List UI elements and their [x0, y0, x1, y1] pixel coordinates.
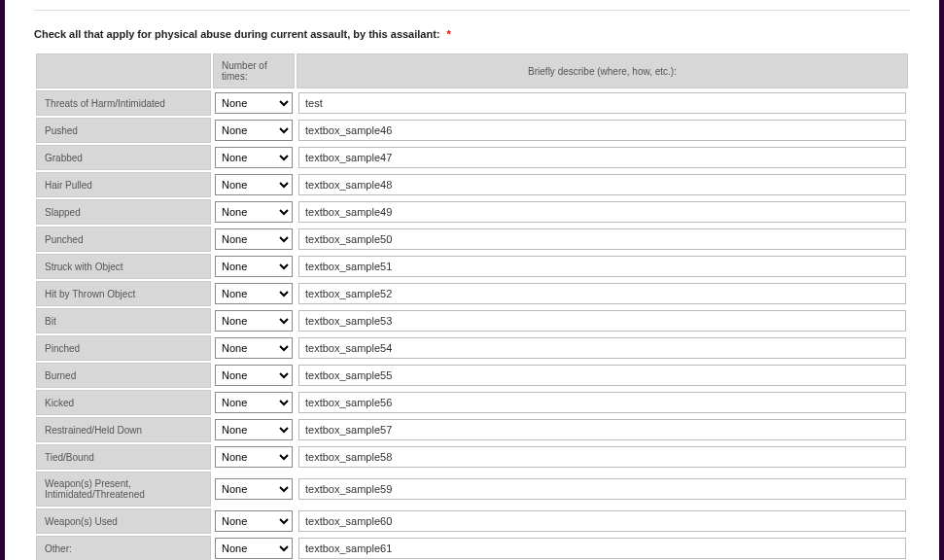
describe-input[interactable] — [298, 538, 906, 559]
table-row: BitNone — [36, 308, 908, 333]
row-describe-cell — [297, 281, 908, 306]
section-divider — [34, 10, 910, 11]
row-describe-cell — [297, 508, 908, 534]
times-select[interactable]: None — [215, 256, 293, 277]
row-times-cell: None — [213, 254, 295, 279]
row-times-cell: None — [213, 335, 295, 361]
table-row: Struck with ObjectNone — [36, 254, 908, 279]
row-describe-cell — [297, 363, 908, 388]
describe-input[interactable] — [298, 174, 906, 195]
times-select[interactable]: None — [215, 478, 293, 500]
row-label: Restrained/Held Down — [36, 417, 211, 442]
row-times-cell: None — [213, 417, 295, 442]
row-label: Grabbed — [36, 145, 211, 170]
times-select[interactable]: None — [215, 446, 293, 468]
describe-input[interactable] — [298, 147, 906, 168]
describe-input[interactable] — [298, 392, 906, 413]
table-row: BurnedNone — [36, 363, 908, 388]
table-row: PushedNone — [36, 118, 908, 143]
times-select[interactable]: None — [215, 120, 293, 141]
times-select[interactable]: None — [215, 337, 293, 359]
describe-input[interactable] — [298, 446, 906, 468]
times-select[interactable]: None — [215, 92, 293, 114]
times-select[interactable]: None — [215, 365, 293, 386]
row-times-cell: None — [213, 145, 295, 170]
table-row: PinchedNone — [36, 335, 908, 361]
row-times-cell: None — [213, 172, 295, 197]
table-row: KickedNone — [36, 390, 908, 415]
describe-input[interactable] — [298, 228, 906, 250]
row-label: Bit — [36, 308, 211, 333]
table-row: Hair PulledNone — [36, 172, 908, 197]
times-select[interactable]: None — [215, 174, 293, 195]
row-label: Pinched — [36, 335, 211, 361]
row-describe-cell — [297, 199, 908, 225]
table-row: Tied/BoundNone — [36, 444, 908, 470]
row-times-cell: None — [213, 227, 295, 252]
row-describe-cell — [297, 90, 908, 116]
times-select[interactable]: None — [215, 419, 293, 440]
row-label: Other: — [36, 536, 211, 560]
section-title-text: Check all that apply for physical abuse … — [34, 28, 440, 40]
row-times-cell: None — [213, 90, 295, 116]
table-row: PunchedNone — [36, 227, 908, 252]
describe-input[interactable] — [298, 337, 906, 359]
describe-input[interactable] — [298, 256, 906, 277]
row-times-cell: None — [213, 281, 295, 306]
row-label: Burned — [36, 363, 211, 388]
row-describe-cell — [297, 335, 908, 361]
times-select[interactable]: None — [215, 283, 293, 304]
row-times-cell: None — [213, 536, 295, 560]
describe-input[interactable] — [298, 201, 906, 223]
row-describe-cell — [297, 390, 908, 415]
row-label: Threats of Harm/Intimidated — [36, 90, 211, 116]
header-describe: Briefly describe (where, how, etc.): — [297, 53, 908, 88]
row-times-cell: None — [213, 308, 295, 333]
required-marker: * — [447, 28, 451, 40]
row-times-cell: None — [213, 444, 295, 470]
row-label: Weapon(s) Present, Intimidated/Threatene… — [36, 472, 211, 507]
table-row: Restrained/Held DownNone — [36, 417, 908, 442]
times-select[interactable]: None — [215, 201, 293, 223]
row-describe-cell — [297, 417, 908, 442]
row-label: Hit by Thrown Object — [36, 281, 211, 306]
table-row: Hit by Thrown ObjectNone — [36, 281, 908, 306]
header-times: Number of times: — [213, 53, 295, 88]
describe-input[interactable] — [298, 120, 906, 141]
row-times-cell: None — [213, 199, 295, 225]
row-times-cell: None — [213, 363, 295, 388]
abuse-table: Number of times: Briefly describe (where… — [34, 52, 910, 560]
table-row: SlappedNone — [36, 199, 908, 225]
row-describe-cell — [297, 308, 908, 333]
section-title: Check all that apply for physical abuse … — [34, 28, 910, 40]
row-label: Tied/Bound — [36, 444, 211, 470]
times-select[interactable]: None — [215, 147, 293, 168]
row-times-cell: None — [213, 472, 295, 507]
describe-input[interactable] — [298, 92, 906, 114]
times-select[interactable]: None — [215, 538, 293, 559]
table-row: Weapon(s) Present, Intimidated/Threatene… — [36, 472, 908, 507]
times-select[interactable]: None — [215, 310, 293, 332]
row-describe-cell — [297, 145, 908, 170]
describe-input[interactable] — [298, 478, 906, 500]
row-label: Struck with Object — [36, 254, 211, 279]
row-label: Punched — [36, 227, 211, 252]
times-select[interactable]: None — [215, 228, 293, 250]
row-describe-cell — [297, 172, 908, 197]
times-select[interactable]: None — [215, 392, 293, 413]
describe-input[interactable] — [298, 310, 906, 332]
row-label: Slapped — [36, 199, 211, 225]
describe-input[interactable] — [298, 419, 906, 440]
table-row: GrabbedNone — [36, 145, 908, 170]
describe-input[interactable] — [298, 283, 906, 304]
row-label: Kicked — [36, 390, 211, 415]
describe-input[interactable] — [298, 365, 906, 386]
header-label — [36, 53, 211, 88]
times-select[interactable]: None — [215, 510, 293, 532]
row-label: Pushed — [36, 118, 211, 143]
describe-input[interactable] — [298, 510, 906, 532]
row-times-cell: None — [213, 508, 295, 534]
row-times-cell: None — [213, 118, 295, 143]
row-describe-cell — [297, 444, 908, 470]
row-describe-cell — [297, 227, 908, 252]
